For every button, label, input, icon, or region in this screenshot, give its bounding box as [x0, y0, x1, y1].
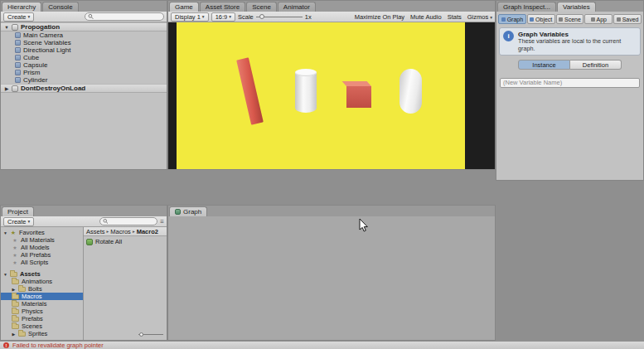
- new-variable-input[interactable]: [500, 78, 640, 88]
- favorites-header[interactable]: ▼ ★ Favorites: [1, 229, 83, 236]
- project-folder-bolts[interactable]: ▶ Bolts: [1, 285, 83, 293]
- tab-console[interactable]: Console: [42, 2, 78, 12]
- project-folder-prefabs[interactable]: Prefabs: [1, 315, 83, 322]
- tab-game[interactable]: Game: [169, 2, 199, 12]
- tab-variables[interactable]: Variables: [557, 2, 596, 12]
- game-canvas[interactable]: [177, 22, 465, 169]
- scene-name: Propogation: [21, 23, 60, 31]
- scope-scene-button[interactable]: Scene: [556, 14, 584, 24]
- game-viewport[interactable]: [168, 22, 495, 169]
- hierarchy-item-cylinder[interactable]: Cylinder: [1, 76, 167, 84]
- chevron-down-icon: ▾: [28, 14, 31, 19]
- hierarchy-item-label: Capsule: [23, 61, 47, 69]
- tab-scene[interactable]: Scene: [246, 2, 277, 12]
- tab-animator[interactable]: Animator: [278, 2, 316, 12]
- folder-label: Materials: [22, 300, 46, 308]
- gizmos-dropdown[interactable]: Gizmos ▾: [467, 13, 492, 21]
- maximize-on-play-toggle[interactable]: Maximize On Play: [355, 13, 404, 21]
- tab-instance[interactable]: Instance: [518, 60, 570, 70]
- folder-icon: [12, 324, 19, 329]
- project-folder-physics[interactable]: Physics: [1, 308, 83, 315]
- tab-graph[interactable]: Graph: [169, 206, 207, 216]
- breadcrumb-macro2[interactable]: Macro2: [137, 228, 158, 235]
- scene-header-propogation[interactable]: ▼ Propogation: [1, 22, 167, 32]
- folder-icon: [12, 317, 19, 322]
- assets-root[interactable]: ▼ Assets: [1, 270, 83, 278]
- asset-rotate-all[interactable]: Rotate All: [84, 236, 167, 247]
- project-folder-scenes[interactable]: Scenes: [1, 322, 83, 330]
- hierarchy-item-capsule[interactable]: Capsule: [1, 61, 167, 69]
- hierarchy-item-prism[interactable]: Prism: [1, 69, 167, 76]
- chevron-down-icon: ▾: [229, 14, 231, 19]
- project-folder-sprites[interactable]: ▶ Sprites: [1, 330, 83, 337]
- breadcrumb: Assets ▸ Macros ▸ Macro2: [84, 227, 167, 236]
- asset-zoom-slider[interactable]: [138, 332, 163, 337]
- favorite-all-materials[interactable]: ★ All Materials: [1, 236, 83, 244]
- foldout-icon[interactable]: ▶: [12, 332, 16, 337]
- foldout-icon[interactable]: ▼: [3, 272, 7, 277]
- hierarchy-item-label: Scene Variables: [23, 39, 71, 46]
- scope-label: Graph: [507, 17, 523, 22]
- favorite-all-scripts[interactable]: ★ All Scripts: [1, 259, 83, 266]
- scope-graph-button[interactable]: Graph: [498, 14, 526, 24]
- graph-canvas[interactable]: [168, 216, 495, 340]
- project-search[interactable]: [99, 217, 157, 225]
- favorite-all-prefabs[interactable]: ★ All Prefabs: [1, 251, 83, 259]
- folder-icon: [12, 279, 19, 284]
- scope-object-button[interactable]: Object: [527, 14, 555, 24]
- scale-slider[interactable]: [256, 17, 303, 17]
- breadcrumb-separator-icon: ▸: [107, 229, 109, 234]
- slider-knob[interactable]: [259, 14, 264, 19]
- hierarchy-search[interactable]: [85, 12, 164, 21]
- scope-label: App: [597, 17, 607, 22]
- folder-icon: [12, 309, 19, 314]
- graph-tab-label: Graph: [183, 208, 201, 216]
- project-create-button[interactable]: Create ▾: [3, 217, 34, 226]
- tab-graph-inspector[interactable]: Graph Inspect...: [497, 2, 556, 12]
- aspect-ratio-dropdown[interactable]: 16:9 ▾: [211, 12, 235, 22]
- hierarchy-item-directional-light[interactable]: Directional Light: [1, 46, 167, 54]
- status-bar[interactable]: ! Failed to revalidate graph pointer: [0, 341, 644, 349]
- tab-project[interactable]: Project: [2, 206, 34, 216]
- star-icon: ★: [10, 230, 17, 236]
- slider-knob[interactable]: [139, 332, 143, 337]
- breadcrumb-separator-icon: ▸: [133, 229, 135, 234]
- mute-audio-toggle[interactable]: Mute Audio: [410, 13, 442, 21]
- foldout-icon[interactable]: ▶: [12, 287, 16, 292]
- tab-hierarchy[interactable]: Hierarchy: [2, 2, 41, 12]
- tab-definition[interactable]: Definition: [570, 60, 622, 70]
- project-search-input[interactable]: [110, 218, 154, 225]
- scope-saved-button[interactable]: Saved: [613, 14, 642, 24]
- breadcrumb-assets[interactable]: Assets: [86, 228, 105, 235]
- breadcrumb-macros[interactable]: Macros: [110, 228, 131, 235]
- hierarchy-item-label: Main Camera: [23, 32, 63, 39]
- asset-label: Rotate All: [95, 238, 122, 245]
- gameobject-icon: [15, 62, 21, 68]
- scene-icon: [12, 85, 18, 92]
- hierarchy-item-main-camera[interactable]: Main Camera: [1, 32, 167, 39]
- foldout-icon[interactable]: ▼: [4, 25, 9, 30]
- star-icon: ★: [12, 237, 18, 243]
- foldout-icon[interactable]: ▼: [3, 230, 7, 235]
- hierarchy-search-input[interactable]: [95, 13, 161, 20]
- scope-app-button[interactable]: App: [584, 14, 613, 24]
- hierarchy-create-button[interactable]: Create ▾: [3, 12, 34, 22]
- saved-scope-icon: [617, 17, 621, 22]
- foldout-icon[interactable]: ▶: [4, 86, 9, 91]
- project-folder-animations[interactable]: Animations: [1, 278, 83, 285]
- project-folder-macros[interactable]: Macros: [1, 293, 83, 300]
- scene-header-dontdestroyonload[interactable]: ▶ DontDestroyOnLoad: [1, 84, 167, 93]
- hierarchy-item-cube[interactable]: Cube: [1, 54, 167, 61]
- hierarchy-item-scene-variables[interactable]: Scene Variables: [1, 39, 167, 46]
- new-variable-row: [496, 71, 643, 90]
- tab-asset-store[interactable]: Asset Store: [200, 2, 245, 12]
- graph-scope-icon: [501, 17, 506, 22]
- favorite-all-models[interactable]: ★ All Models: [1, 244, 83, 251]
- scene-scope-icon: [559, 17, 563, 22]
- display-dropdown[interactable]: Display 1 ▾: [171, 12, 209, 22]
- project-folder-materials[interactable]: Materials: [1, 300, 83, 308]
- folder-label: Bolts: [28, 285, 42, 293]
- stats-toggle[interactable]: Stats: [448, 13, 462, 21]
- game-view-right-controls: Maximize On Play Mute Audio Stats Gizmos…: [355, 13, 492, 21]
- panel-menu-icon[interactable]: ≡: [160, 218, 164, 225]
